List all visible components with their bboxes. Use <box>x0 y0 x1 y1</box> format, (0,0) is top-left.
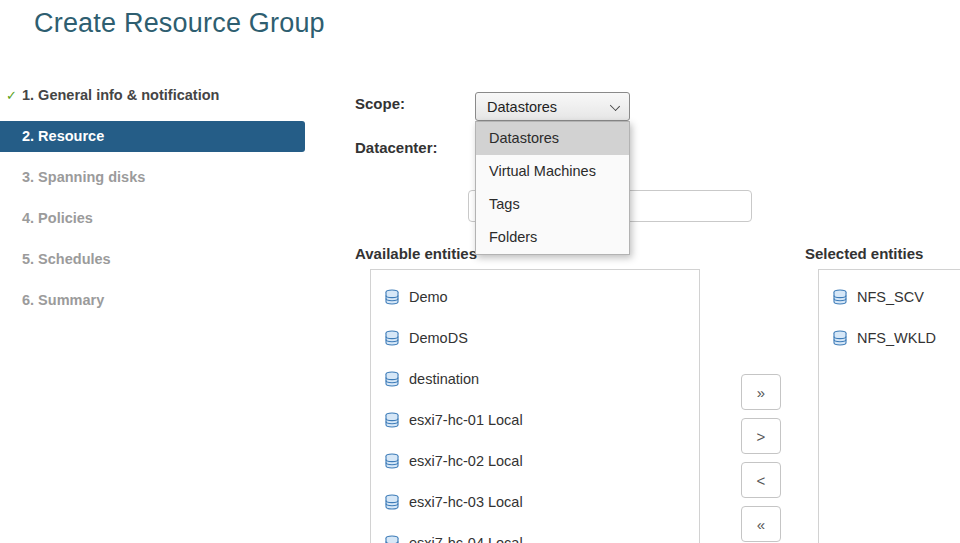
list-item[interactable]: esxi7-hc-01 Local <box>371 399 699 440</box>
entity-name: NFS_WKLD <box>857 330 936 346</box>
datastore-icon <box>384 494 400 510</box>
scope-select[interactable]: Datastores <box>475 92 630 121</box>
wizard-step[interactable]: ✓5. Schedules <box>0 244 305 275</box>
list-item[interactable]: NFS_SCV <box>819 276 960 317</box>
list-item[interactable]: DemoDS <box>371 317 699 358</box>
page-title: Create Resource Group <box>34 8 325 39</box>
dropdown-option[interactable]: Tags <box>476 188 629 221</box>
wizard-step-label: 5. Schedules <box>22 251 111 267</box>
move-all-right-button[interactable]: » <box>741 374 781 410</box>
datastore-icon <box>384 289 400 305</box>
scope-label: Scope: <box>355 95 405 112</box>
datastore-icon <box>384 330 400 346</box>
wizard-step-label: 3. Spanning disks <box>22 169 145 185</box>
list-item[interactable]: esxi7-hc-03 Local <box>371 481 699 522</box>
entity-name: Demo <box>409 289 448 305</box>
datastore-icon <box>384 371 400 387</box>
move-all-left-button[interactable]: « <box>741 506 781 542</box>
entity-name: esxi7-hc-03 Local <box>409 494 523 510</box>
wizard-steps: ✓1. General info & notification ✓2. Reso… <box>0 80 305 326</box>
dropdown-option-label: Tags <box>489 196 520 212</box>
entity-name: esxi7-hc-01 Local <box>409 412 523 428</box>
list-item[interactable]: Demo <box>371 276 699 317</box>
dropdown-option[interactable]: Folders <box>476 221 629 254</box>
entity-name: NFS_SCV <box>857 289 924 305</box>
selected-entities-label: Selected entities <box>805 245 923 262</box>
wizard-step-label: 4. Policies <box>22 210 93 226</box>
datastore-icon <box>384 453 400 469</box>
wizard-step-label: 1. General info & notification <box>22 87 219 103</box>
wizard-step[interactable]: ✓3. Spanning disks <box>0 162 305 193</box>
list-item[interactable]: NFS_WKLD <box>819 317 960 358</box>
selected-entities-list: NFS_SCV NFS_WKLD <box>818 269 960 543</box>
dropdown-option-label: Virtual Machines <box>489 163 596 179</box>
entity-name: esxi7-hc-04 Local <box>409 535 523 543</box>
list-item[interactable]: destination <box>371 358 699 399</box>
wizard-step[interactable]: ✓4. Policies <box>0 203 305 234</box>
scope-dropdown-menu: Datastores Virtual Machines Tags Folders <box>475 121 630 255</box>
wizard-step[interactable]: ✓6. Summary <box>0 285 305 316</box>
list-item[interactable]: esxi7-hc-02 Local <box>371 440 699 481</box>
move-left-button[interactable]: < <box>741 462 781 498</box>
dropdown-option[interactable]: Virtual Machines <box>476 155 629 188</box>
check-icon: ✓ <box>6 80 17 111</box>
list-item[interactable]: esxi7-hc-04 Local <box>371 522 699 543</box>
wizard-step-label: 2. Resource <box>22 128 104 144</box>
datacenter-label: Datacenter: <box>355 139 438 156</box>
move-right-button[interactable]: > <box>741 418 781 454</box>
wizard-step[interactable]: ✓2. Resource <box>0 121 305 152</box>
datastore-icon <box>384 535 400 543</box>
available-entities-list: Demo DemoDS destination <box>370 269 700 543</box>
datastore-icon <box>832 330 848 346</box>
wizard-step-label: 6. Summary <box>22 292 104 308</box>
scope-select-value: Datastores <box>487 99 557 115</box>
entity-name: esxi7-hc-02 Local <box>409 453 523 469</box>
dropdown-option-label: Datastores <box>489 130 559 146</box>
datastore-icon <box>384 412 400 428</box>
entity-name: destination <box>409 371 479 387</box>
entity-name: DemoDS <box>409 330 468 346</box>
datastore-icon <box>832 289 848 305</box>
available-entities-label: Available entities <box>355 245 477 262</box>
chevron-down-icon <box>610 101 620 111</box>
dropdown-option[interactable]: Datastores <box>476 122 629 155</box>
wizard-step[interactable]: ✓1. General info & notification <box>0 80 305 111</box>
dropdown-option-label: Folders <box>489 229 537 245</box>
transfer-buttons: » > < « <box>741 374 781 543</box>
